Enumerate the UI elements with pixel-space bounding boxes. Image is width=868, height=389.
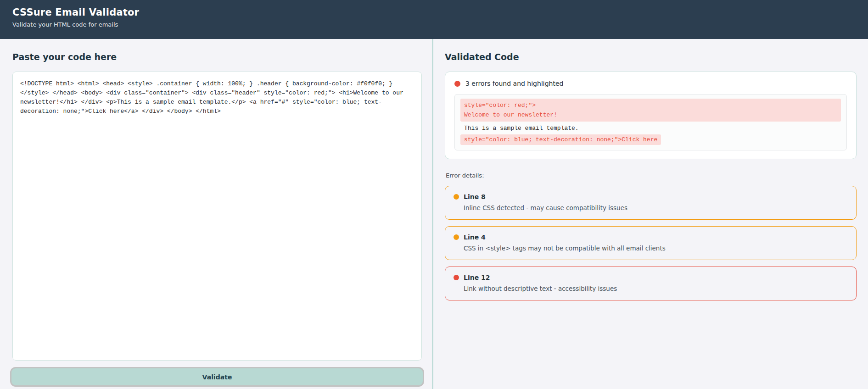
code-input-panel: Paste your code here <!DOCTYPE html> <ht… [0, 39, 433, 389]
code-input-textarea[interactable]: <!DOCTYPE html> <html> <head> <style> .c… [12, 72, 422, 361]
error-message: Link without descriptive text - accessib… [464, 285, 848, 292]
error-dot-icon [454, 275, 459, 280]
error-card-line-8: Line 8 Inline CSS detected - may cause c… [445, 186, 857, 220]
error-count-dot-icon [454, 81, 460, 87]
error-line-label: Line 4 [464, 233, 486, 241]
validated-code-block: style="color: red;"> Welcome to our news… [454, 94, 847, 150]
warning-dot-icon [454, 194, 459, 200]
error-message: CSS in <style> tags may not be compatibl… [464, 245, 848, 252]
highlighted-code-line: style="color: red;"> [464, 100, 837, 110]
error-line-label: Line 8 [464, 193, 486, 200]
error-card-header: Line 12 [454, 274, 848, 281]
error-card-line-12: Line 12 Link without descriptive text - … [445, 267, 857, 300]
validated-code-heading: Validated Code [445, 52, 857, 62]
app-title: CSSure Email Validator [12, 7, 856, 18]
error-line-label: Line 12 [464, 274, 490, 281]
validation-result-card: 3 errors found and highlighted style="co… [445, 72, 857, 159]
warning-dot-icon [454, 234, 459, 240]
validated-code-panel: Validated Code 3 errors found and highli… [433, 39, 868, 389]
validate-button[interactable]: Validate [10, 367, 424, 387]
app-subtitle: Validate your HTML code for emails [12, 21, 856, 28]
app-header: CSSure Email Validator Validate your HTM… [0, 0, 868, 39]
highlighted-error-block: style="color: red;"> Welcome to our news… [460, 99, 841, 122]
plain-code-line: This is a sample email template. [460, 123, 841, 133]
error-card-header: Line 4 [454, 233, 848, 241]
app-root: CSSure Email Validator Validate your HTM… [0, 0, 868, 389]
error-details-label: Error details: [446, 172, 857, 179]
error-summary-row: 3 errors found and highlighted [454, 80, 847, 87]
error-message: Inline CSS detected - may cause compatib… [464, 204, 848, 211]
error-card-header: Line 8 [454, 193, 848, 200]
highlighted-code-line: Welcome to our newsletter! [464, 110, 837, 120]
main-content: Paste your code here <!DOCTYPE html> <ht… [0, 39, 868, 389]
error-summary-text: 3 errors found and highlighted [465, 80, 563, 87]
highlighted-error-inline: style="color: blue; text-decoration: non… [460, 134, 661, 145]
paste-code-heading: Paste your code here [12, 52, 422, 62]
error-card-line-4: Line 4 CSS in <style> tags may not be co… [445, 226, 857, 260]
